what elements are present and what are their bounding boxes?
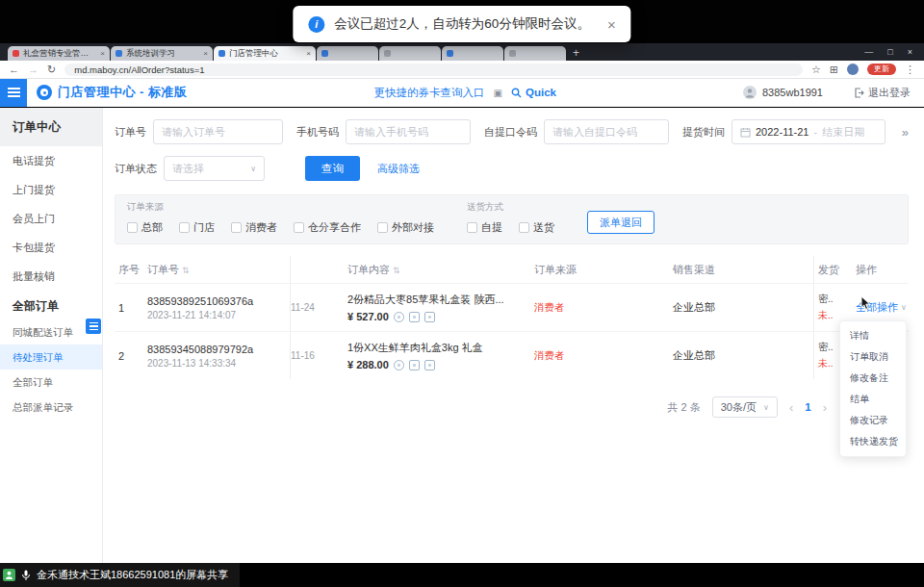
pickup-time-range-input[interactable]: 2022-11-21 - 结束日期 — [732, 119, 886, 144]
checkbox-source-external[interactable]: 外部对接 — [377, 220, 434, 235]
checkbox-delivery-deliver[interactable]: 送货 — [519, 220, 554, 235]
bookmark-star-icon[interactable]: ☆ — [811, 64, 821, 75]
extensions-icon[interactable]: ⊞ — [830, 64, 838, 75]
tab-close-icon[interactable]: × — [306, 49, 311, 58]
coupon-query-link[interactable]: 更快捷的券卡查询入口 — [374, 86, 485, 100]
tab-favicon-icon — [218, 50, 225, 57]
order-source-cell: 消费者 — [530, 349, 673, 363]
row-index: 2 — [115, 350, 147, 362]
logout-button[interactable]: 退出登录 — [854, 86, 911, 100]
pagination: 共 2 条 30条/页 ∨ ‹ 1 › — [115, 396, 909, 418]
sidebar-item-phone-pickup[interactable]: 电话提货 — [0, 146, 102, 175]
sort-icon[interactable]: ⇅ — [182, 266, 190, 275]
checkbox-label: 送货 — [533, 220, 554, 235]
pickup-end-date: 11-16 — [291, 350, 328, 361]
tab-close-icon[interactable]: × — [100, 49, 105, 58]
order-no-input[interactable]: 请输入订单号 — [153, 119, 283, 144]
forward-icon[interactable]: → — [28, 64, 38, 75]
username[interactable]: 8385wb1991 — [762, 87, 823, 98]
order-content-cell: 1份XX生鲜羊肉礼盒3kg 礼盒 ¥ 288.00 — [328, 341, 530, 370]
browser-profile-avatar[interactable] — [847, 64, 859, 75]
sidebar-collapse-list-icon[interactable] — [86, 319, 101, 334]
quick-label: Quick — [526, 87, 556, 98]
checkbox-icon — [127, 222, 138, 233]
checkbox-source-warehouse-share[interactable]: 仓分享合作 — [294, 220, 361, 235]
order-no-cell: 83859345088979792a 2023-11-13 14:33:34 — [147, 344, 290, 369]
mouse-cursor — [860, 295, 872, 315]
sidebar-item-member-visit[interactable]: 会员上门 — [0, 204, 102, 233]
chevron-down-icon: ∨ — [250, 165, 256, 173]
menu-item-settle[interactable]: 结单 — [840, 389, 906, 410]
table-header-row: 序号 订单号⇅ 订单内容⇅ 订单来源 销售渠道 发货 操作 — [115, 256, 909, 283]
sidebar-item-pending-orders[interactable]: 待处理订单 — [0, 345, 102, 370]
order-source-cell: 消费者 — [530, 301, 673, 315]
sales-channel-cell: 企业总部 — [673, 300, 813, 315]
order-tag-icon — [409, 312, 420, 322]
pickup-time-cell: 11-24 — [290, 284, 328, 331]
advanced-filter-link[interactable]: 高级筛选 — [377, 162, 420, 176]
next-page-button[interactable]: › — [823, 400, 827, 415]
refresh-icon[interactable]: ↻ — [47, 64, 56, 75]
checkbox-source-store[interactable]: 门店 — [179, 220, 215, 235]
sort-icon[interactable]: ⇅ — [393, 266, 400, 275]
magnifier-icon — [511, 88, 522, 98]
back-icon[interactable]: ← — [9, 64, 19, 75]
order-status-select[interactable]: 请选择 ∨ — [164, 156, 265, 181]
sidebar-section-all-orders[interactable]: 全部订单 — [0, 293, 102, 319]
menu-item-edit-record[interactable]: 修改记录 — [840, 410, 906, 431]
chevron-down-icon: ∨ — [901, 303, 907, 312]
sidebar-item-card-pickup[interactable]: 卡包提货 — [0, 233, 102, 262]
pickup-code-input[interactable]: 请输入自提口令码 — [544, 119, 669, 144]
order-status-placeholder: 请选择 — [172, 162, 204, 176]
checkbox-source-consumer[interactable]: 消费者 — [231, 220, 277, 235]
maximize-icon[interactable]: □ — [887, 47, 892, 57]
menu-item-edit-remark[interactable]: 修改备注 — [840, 368, 906, 389]
toast-close-icon[interactable]: × — [607, 16, 616, 33]
quick-search-link[interactable]: Quick — [511, 87, 556, 98]
checkbox-delivery-selfpickup[interactable]: 自提 — [467, 220, 502, 235]
browser-menu-icon[interactable]: ⋮ — [905, 64, 915, 75]
browser-tab-7[interactable] — [504, 46, 566, 61]
sidebar-item-all-orders[interactable]: 全部订单 — [0, 370, 102, 395]
menu-item-cancel-order[interactable]: 订单取消 — [840, 346, 906, 368]
panel-collapse-icon[interactable]: » — [902, 125, 909, 140]
browser-tab-2[interactable]: 系统培训学习 × — [111, 46, 213, 61]
sidebar-item-hq-dispatch-records[interactable]: 总部派单记录 — [0, 395, 102, 420]
prev-page-button[interactable]: ‹ — [789, 400, 793, 415]
pickup-end-date: 11-24 — [291, 302, 328, 313]
tab-favicon-icon — [13, 50, 19, 57]
delivery-method-options: 自提 送货 — [467, 220, 554, 235]
checkbox-source-hq[interactable]: 总部 — [127, 220, 163, 235]
page-size-select[interactable]: 30条/页 ∨ — [712, 396, 778, 418]
browser-tab-6[interactable] — [442, 46, 503, 61]
current-page[interactable]: 1 — [805, 401, 810, 413]
tab-favicon-icon — [321, 50, 328, 57]
header-order-no[interactable]: 订单号⇅ — [147, 263, 290, 277]
new-tab-icon[interactable]: + — [573, 46, 579, 60]
hamburger-menu-icon[interactable] — [0, 79, 27, 107]
browser-tab-1[interactable]: 礼盒营销专业管理中心 × — [8, 46, 110, 61]
phone-input[interactable]: 请输入手机号码 — [346, 119, 471, 144]
chrome-update-badge[interactable]: 更新 — [867, 64, 896, 75]
search-button[interactable]: 查询 — [305, 156, 360, 181]
header-order-content[interactable]: 订单内容⇅ — [328, 263, 530, 277]
search-form-row-1: 订单号 请输入订单号 手机号码 请输入手机号码 自提口令码 请输入自提口令码 — [115, 119, 909, 144]
window-close-icon[interactable]: × — [908, 47, 912, 57]
tab-close-icon[interactable]: × — [203, 49, 208, 58]
minimize-icon[interactable]: — — [864, 47, 873, 57]
header-center: 更快捷的券卡查询入口 ▣ Quick — [188, 86, 743, 100]
sidebar-item-door-pickup[interactable]: 上门提货 — [0, 175, 102, 204]
pickup-code-field: 自提口令码 请输入自提口令码 — [484, 119, 669, 144]
browser-tab-bar: 礼盒营销专业管理中心 × 系统培训学习 × 门店管理中心 × — [0, 43, 924, 61]
window-controls: — □ × — [853, 47, 924, 57]
order-source-filter-label: 订单来源 — [127, 201, 434, 214]
menu-item-express-ship[interactable]: 转快递发货 — [840, 431, 906, 452]
sidebar-item-batch-verify[interactable]: 批量核销 — [0, 262, 102, 291]
url-bar[interactable]: md.maboy.cn/AllOrder?status=1 — [64, 64, 803, 76]
browser-tab-5[interactable] — [379, 46, 441, 61]
browser-tab-3-active[interactable]: 门店管理中心 × — [214, 46, 316, 61]
dispatch-return-button[interactable]: 派单退回 — [587, 211, 654, 234]
orders-table: 序号 订单号⇅ 订单内容⇅ 订单来源 销售渠道 发货 操作 1 83859389… — [115, 256, 909, 379]
menu-item-detail[interactable]: 详情 — [840, 325, 906, 346]
browser-tab-4[interactable] — [317, 46, 378, 61]
